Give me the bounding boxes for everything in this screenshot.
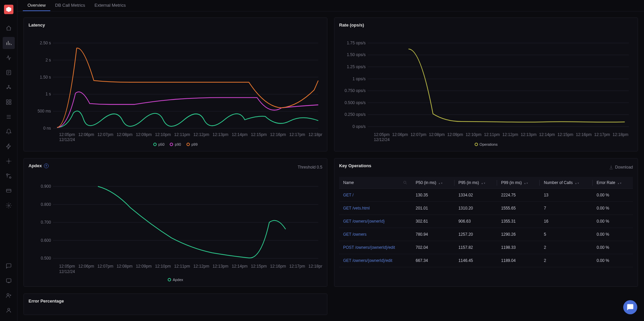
svg-text:1.25 ops/s: 1.25 ops/s <box>347 64 366 69</box>
svg-point-14 <box>7 293 9 295</box>
svg-text:0.500 ops/s: 0.500 ops/s <box>344 100 366 105</box>
table-row: GET /owners/{ownerId}302.61906.631355.31… <box>339 215 633 228</box>
svg-text:12:15pm: 12:15pm <box>251 132 267 137</box>
search-icon[interactable] <box>403 180 408 185</box>
svg-text:0.250 ops/s: 0.250 ops/s <box>344 112 366 117</box>
svg-text:12/12/24: 12/12/24 <box>59 137 75 141</box>
svg-text:12:13pm: 12:13pm <box>521 132 536 137</box>
table-cell: 1157.82 <box>454 241 497 254</box>
nav-dashboards-icon[interactable] <box>3 96 15 108</box>
svg-text:12:05pm: 12:05pm <box>59 264 75 269</box>
table-cell: 0.00 % <box>593 215 633 228</box>
nav-metrics-icon[interactable] <box>3 37 15 49</box>
nav-infra-icon[interactable] <box>3 81 15 93</box>
rate-x-ticks: 12:05pm 12:06pm 12:07pm 12:08pm 12:09pm … <box>374 132 628 141</box>
svg-text:12:08pm: 12:08pm <box>117 132 132 137</box>
key-operations-title: Key Operations <box>339 163 371 168</box>
nav-support-icon[interactable] <box>3 260 15 272</box>
col-p99[interactable]: P99 (in ms)▲▼ <box>497 177 540 189</box>
rate-chart[interactable]: 0 ops/s 0.250 ops/s 0.500 ops/s 0.750 op… <box>339 30 633 141</box>
legend-p90[interactable]: p90 <box>170 142 181 146</box>
nav-traces-icon[interactable] <box>3 52 15 64</box>
col-name[interactable]: Name <box>339 177 412 189</box>
col-p95[interactable]: P95 (in ms)▲▼ <box>454 177 497 189</box>
svg-text:12:18pm: 12:18pm <box>612 132 628 137</box>
nav-usage-icon[interactable] <box>3 170 15 182</box>
col-p50[interactable]: P50 (in ms)▲▼ <box>412 177 454 189</box>
svg-text:12:11pm: 12:11pm <box>174 132 190 137</box>
nav-service-map-icon[interactable] <box>3 155 15 167</box>
tab-overview[interactable]: Overview <box>23 0 50 11</box>
table-cell: 13 <box>540 189 592 202</box>
table-cell: 302.61 <box>412 215 454 228</box>
svg-text:1.50 s: 1.50 s <box>40 75 51 79</box>
legend-apdex[interactable]: Apdex <box>168 278 183 282</box>
key-operations-panel: Key Operations Download Name <box>334 158 638 287</box>
operation-link[interactable]: GET /owners <box>339 228 412 241</box>
nav-exceptions-icon[interactable] <box>3 140 15 152</box>
latency-chart[interactable]: 0 ns 500 ms 1 s 1.50 s 2 s 2.50 s 12:05p… <box>29 30 322 141</box>
app-logo[interactable] <box>4 5 13 14</box>
operation-link[interactable]: POST /owners/{ownerId}/edit <box>339 241 412 254</box>
help-icon[interactable]: ? <box>44 164 49 168</box>
svg-rect-7 <box>9 103 11 104</box>
svg-text:12:11pm: 12:11pm <box>484 132 500 137</box>
nav-settings-icon[interactable] <box>3 199 15 212</box>
nav-invite-icon[interactable] <box>3 289 15 302</box>
svg-text:12:05pm: 12:05pm <box>374 132 389 137</box>
error-percentage-title: Error Percentage <box>29 299 322 304</box>
svg-text:0.700: 0.700 <box>41 220 51 225</box>
svg-text:12:14pm: 12:14pm <box>539 132 555 137</box>
download-button[interactable]: Download <box>609 165 633 170</box>
table-cell: 1355.31 <box>497 215 540 228</box>
latency-panel: Latency 0 ns 500 ms 1 s <box>23 17 327 151</box>
legend-operations[interactable]: Operations <box>475 142 498 146</box>
operation-link[interactable]: GET / <box>339 189 412 202</box>
tab-db-call-metrics[interactable]: DB Call Metrics <box>50 0 90 11</box>
table-cell: 2 <box>540 254 592 267</box>
table-row: GET /vets.html201.011310.201555.6570.00 … <box>339 202 633 215</box>
table-cell: 702.04 <box>412 241 454 254</box>
nav-billing-icon[interactable] <box>3 185 15 197</box>
nav-profile-icon[interactable] <box>3 304 15 316</box>
nav-alerts-icon[interactable] <box>3 126 15 138</box>
legend-p50[interactable]: p50 <box>153 142 164 146</box>
tab-external-metrics[interactable]: External Metrics <box>90 0 130 11</box>
table-cell: 1257.20 <box>454 228 497 241</box>
apdex-chart[interactable]: 0.500 0.600 0.700 0.800 0.900 12:05pm 12… <box>29 174 322 276</box>
table-cell: 0.00 % <box>593 228 633 241</box>
apdex-panel: Apdex ? Threshold 0.5 0.5 <box>23 158 327 287</box>
operation-link[interactable]: GET /owners/{ownerId} <box>339 215 412 228</box>
svg-text:12:08pm: 12:08pm <box>117 264 132 269</box>
svg-text:12:06pm: 12:06pm <box>78 132 94 137</box>
svg-point-99 <box>404 181 406 184</box>
svg-text:12:14pm: 12:14pm <box>232 264 248 269</box>
svg-text:12:17pm: 12:17pm <box>594 132 610 137</box>
download-icon <box>609 165 613 170</box>
svg-text:0.900: 0.900 <box>41 184 51 189</box>
table-cell: 1198.33 <box>497 241 540 254</box>
nav-list-icon[interactable] <box>3 111 15 123</box>
col-error-rate[interactable]: Error Rate▲▼ <box>593 177 633 189</box>
svg-text:12:16pm: 12:16pm <box>270 264 286 269</box>
operation-link[interactable]: GET /owners/{ownerId}/edit <box>339 254 412 267</box>
legend-p99[interactable]: p99 <box>186 142 198 146</box>
col-calls[interactable]: Number of Calls▲▼ <box>540 177 592 189</box>
svg-text:12:07pm: 12:07pm <box>411 132 426 137</box>
sort-icon: ▲▼ <box>438 182 443 184</box>
table-row: GET /130.351334.022224.75130.00 % <box>339 189 633 202</box>
rate-panel: Rate (ops/s) 0 ops/s <box>334 17 638 151</box>
svg-text:12:13pm: 12:13pm <box>213 132 228 137</box>
svg-text:12:18pm: 12:18pm <box>309 264 322 269</box>
svg-rect-5 <box>9 100 11 101</box>
nav-logs-icon[interactable] <box>3 66 15 79</box>
svg-text:0 ops/s: 0 ops/s <box>353 124 366 129</box>
nav-chat-icon[interactable] <box>3 275 15 287</box>
svg-text:1.50 ops/s: 1.50 ops/s <box>347 52 366 57</box>
table-cell: 2 <box>540 241 592 254</box>
svg-text:12:17pm: 12:17pm <box>289 264 305 269</box>
table-cell: 667.34 <box>412 254 454 267</box>
operation-link[interactable]: GET /vets.html <box>339 202 412 215</box>
chat-launcher-button[interactable] <box>623 300 637 314</box>
nav-home-icon[interactable] <box>3 22 15 34</box>
